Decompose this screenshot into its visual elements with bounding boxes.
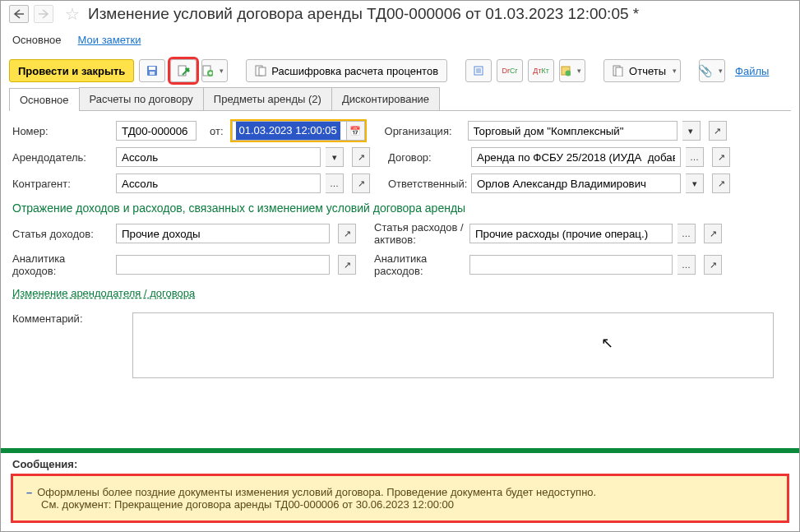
tab-main[interactable]: Основное: [9, 88, 80, 111]
expense-analytics-label: Аналитика расходов:: [374, 252, 465, 277]
message-bullet-icon: –: [26, 486, 32, 498]
more-actions-button[interactable]: ▾: [559, 59, 585, 82]
message-box: –Оформлены более поздние документы измен…: [11, 474, 789, 523]
tab-discounting[interactable]: Дисконтирование: [331, 87, 440, 110]
messages-header: Сообщения:: [1, 453, 799, 474]
decode-interest-button[interactable]: Расшифровка расчета процентов: [246, 59, 447, 82]
nav-main-link[interactable]: Основное: [12, 34, 62, 46]
save-button[interactable]: [139, 59, 165, 82]
comment-textarea[interactable]: [132, 312, 774, 378]
number-label: Номер:: [12, 125, 111, 137]
post-and-close-button[interactable]: Провести и закрыть: [9, 59, 134, 82]
svg-rect-1: [149, 67, 155, 70]
responsible-label: Ответственный:: [388, 178, 466, 190]
expense-analytics-open-icon[interactable]: ↗: [704, 255, 722, 275]
lessor-input[interactable]: [116, 147, 321, 167]
message-line-1: Оформлены более поздние документы измене…: [37, 486, 596, 498]
nav-notes-link[interactable]: Мои заметки: [78, 34, 141, 46]
contract-label: Договор:: [388, 151, 466, 164]
responsible-open-icon[interactable]: ↗: [712, 173, 730, 193]
date-label: от:: [210, 125, 227, 137]
date-input[interactable]: 01.03.2023 12:00:05: [232, 121, 347, 141]
org-input[interactable]: [468, 121, 677, 141]
tab-lease-items[interactable]: Предметы аренды (2): [203, 87, 332, 110]
reports-button[interactable]: Отчеты▾: [603, 59, 681, 82]
expense-analytics-input[interactable]: [469, 255, 673, 275]
counterparty-label: Контрагент:: [12, 178, 111, 190]
expense-item-select-icon[interactable]: …: [677, 224, 696, 243]
dr-cr-button[interactable]: DrCr: [497, 59, 523, 82]
comment-label: Комментарий:: [12, 312, 127, 325]
attach-button[interactable]: 📎▾: [699, 59, 725, 82]
nav-forward-button[interactable]: [34, 5, 53, 23]
responsible-input[interactable]: [471, 173, 681, 193]
list-view-button[interactable]: [465, 59, 492, 82]
change-lessor-link[interactable]: Изменение арендодателя / договора: [12, 287, 195, 299]
lessor-dropdown-icon[interactable]: ▾: [326, 147, 344, 167]
date-value: 01.03.2023 12:00:05: [236, 122, 340, 140]
create-based-on-button[interactable]: ▾: [201, 59, 228, 82]
contract-open-icon[interactable]: ↗: [712, 147, 730, 167]
org-open-icon[interactable]: ↗: [709, 121, 727, 141]
income-analytics-input[interactable]: [116, 255, 330, 275]
reports-label: Отчеты: [629, 65, 666, 77]
contract-input[interactable]: [471, 147, 681, 167]
favorite-star-icon[interactable]: ☆: [65, 4, 80, 24]
calendar-icon[interactable]: 📅: [347, 121, 365, 141]
lessor-label: Арендодатель:: [12, 151, 111, 164]
income-item-input[interactable]: [116, 224, 330, 243]
lessor-open-icon[interactable]: ↗: [352, 147, 370, 167]
tab-payments[interactable]: Расчеты по договору: [79, 87, 204, 110]
svg-rect-12: [616, 67, 622, 76]
svg-rect-2: [150, 72, 155, 75]
expense-item-input[interactable]: [469, 224, 673, 243]
files-link[interactable]: Файлы: [735, 65, 769, 77]
svg-rect-7: [259, 67, 266, 76]
nav-back-button[interactable]: [9, 5, 29, 23]
section-income-title: Отражение доходов и расходов, связанных …: [12, 201, 788, 215]
counterparty-input[interactable]: [116, 173, 321, 193]
expense-analytics-select-icon[interactable]: …: [677, 255, 696, 275]
expense-item-label: Статья расходов / активов:: [374, 221, 465, 246]
post-button[interactable]: [170, 59, 197, 82]
income-analytics-open-icon[interactable]: ↗: [338, 255, 356, 275]
decode-interest-label: Расшифровка расчета процентов: [271, 65, 438, 77]
number-input[interactable]: [116, 121, 197, 141]
responsible-dropdown-icon[interactable]: ▾: [686, 173, 704, 193]
expense-item-open-icon[interactable]: ↗: [704, 224, 722, 243]
org-dropdown-icon[interactable]: ▾: [682, 121, 701, 141]
page-title: Изменение условий договора аренды ТД00-0…: [88, 5, 639, 23]
income-analytics-label: Аналитика доходов:: [12, 252, 111, 277]
dt-kt-button[interactable]: ДтКт: [528, 59, 554, 82]
message-line-2: См. документ: Прекращение договора аренд…: [41, 498, 454, 511]
org-label: Организация:: [385, 125, 463, 137]
income-item-label: Статья доходов:: [12, 228, 111, 240]
counterparty-select-icon[interactable]: …: [326, 173, 344, 193]
counterparty-open-icon[interactable]: ↗: [352, 173, 370, 193]
income-item-open-icon[interactable]: ↗: [338, 224, 356, 243]
contract-select-icon[interactable]: …: [686, 147, 704, 167]
